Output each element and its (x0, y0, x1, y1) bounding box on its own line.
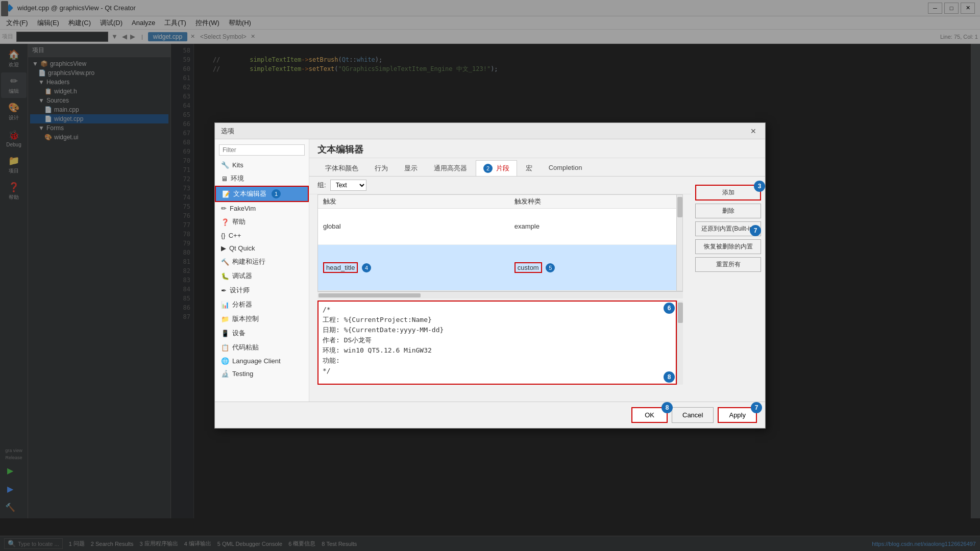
delete-button[interactable]: 删除 (695, 204, 761, 218)
dialog-nav: 🔧 Kits 🖥 环境 📝 文本编辑器 1 ✏ FakeVim (215, 139, 309, 402)
table-row[interactable]: global example (318, 209, 676, 245)
dialog-footer: OK 8 Cancel Apply 7 (215, 402, 765, 428)
nav-lc-label: Language Client (232, 357, 281, 365)
dialog-main-area: 组: Text 触发 (309, 177, 691, 402)
nav-codepaste-label: 代码粘贴 (232, 343, 259, 352)
dialog-close-button[interactable]: ✕ (748, 126, 759, 137)
nav-devices[interactable]: 📱 设备 (215, 326, 309, 340)
group-row: 组: Text (309, 177, 691, 194)
nav-designer[interactable]: ✒ 设计师 (215, 283, 309, 297)
nav-qtquick[interactable]: ▶ Qt Quick (215, 242, 309, 255)
col-trigger: 触发 (318, 195, 509, 209)
codepaste-icon: 📋 (221, 344, 229, 352)
snippet-content[interactable]: /* 工程: %{CurrentProject:Name} 日期: %{Curr… (317, 300, 677, 385)
custom-highlight: custom (514, 262, 542, 273)
reset-all-button[interactable]: 重置所有 (695, 257, 761, 272)
nav-environment[interactable]: 🖥 环境 (215, 171, 309, 186)
snippets-badge: 2 (483, 164, 493, 173)
environment-icon: 🖥 (221, 175, 228, 183)
nav-build[interactable]: 🔨 构建和运行 (215, 255, 309, 269)
trigger-cell-head-title: head_title 4 (318, 244, 509, 290)
nav-vcs[interactable]: 📁 版本控制 (215, 312, 309, 326)
nav-help[interactable]: ❓ 帮助 (215, 215, 309, 229)
nav-help-icon: ❓ (221, 218, 229, 226)
nav-qtquick-label: Qt Quick (229, 244, 255, 252)
group-label: 组: (317, 181, 326, 190)
analyzer-icon: 📊 (221, 301, 229, 309)
nav-kits[interactable]: 🔧 Kits (215, 159, 309, 171)
tab-snippets[interactable]: 2 片段 (476, 160, 517, 177)
nav-debugger[interactable]: 🐛 调试器 (215, 269, 309, 283)
nav-text-editor-label: 文本编辑器 (233, 189, 266, 198)
dialog-content: 文本编辑器 字体和颜色 行为 显示 通用高亮器 2 片段 宏 Completio (309, 139, 765, 402)
tab-behavior[interactable]: 行为 (367, 160, 396, 176)
nav-testing-label: Testing (232, 370, 253, 378)
content-with-scroll: 组: Text 触发 (309, 177, 765, 402)
snippet-table: 触发 触发种类 global example (318, 195, 676, 291)
nav-text-editor[interactable]: 📝 文本编辑器 1 (215, 186, 309, 202)
head-title-highlight: head_title (323, 262, 358, 273)
dialog-body: 🔧 Kits 🖥 环境 📝 文本编辑器 1 ✏ FakeVim (215, 139, 765, 402)
nav-cpp[interactable]: {} C++ (215, 229, 309, 242)
table-scrollbar[interactable] (676, 195, 682, 291)
tab-generic-highlighter[interactable]: 通用高亮器 (426, 160, 475, 176)
fakevim-icon: ✏ (221, 205, 227, 212)
nav-build-label: 构建和运行 (232, 257, 265, 266)
tab-macro[interactable]: 宏 (518, 160, 540, 176)
nav-help-label: 帮助 (232, 217, 246, 227)
testing-icon: 🔬 (221, 370, 229, 378)
tab-display[interactable]: 显示 (397, 160, 425, 176)
snippet-editor-container: /* 工程: %{CurrentProject:Name} 日期: %{Curr… (317, 300, 683, 385)
nav-analyzer[interactable]: 📊 分析器 (215, 297, 309, 312)
section-title: 文本编辑器 (317, 143, 363, 156)
add-button[interactable]: 添加 (695, 185, 761, 201)
nav-analyzer-label: 分析器 (232, 300, 252, 309)
badge-4: 4 (362, 263, 371, 272)
dialog-right-buttons: 添加 3 删除 还原到内置(Built-in) 恢复被删除的内置 重置所有 7 (691, 177, 765, 402)
cancel-button[interactable]: Cancel (672, 407, 714, 423)
trigger-cell-global: global (318, 209, 509, 245)
badge-5: 5 (546, 263, 555, 272)
nav-env-label: 环境 (231, 174, 244, 183)
options-dialog: 选项 ✕ 🔧 Kits 🖥 环境 (214, 122, 766, 429)
nav-kits-label: Kits (232, 161, 243, 169)
nav-fakevim[interactable]: ✏ FakeVim (215, 202, 309, 215)
nav-language-client[interactable]: 🌐 Language Client (215, 355, 309, 367)
badge-8-footer: 8 (662, 402, 673, 413)
badge-1: 1 (272, 189, 281, 198)
table-row-selected[interactable]: head_title 4 custom 5 (318, 244, 676, 290)
tab-font-color[interactable]: 字体和颜色 (317, 160, 366, 176)
table-h-scrollbar[interactable] (317, 291, 683, 298)
nav-designer-label: 设计师 (230, 286, 250, 295)
badge-8: 8 (664, 371, 675, 383)
text-editor-icon: 📝 (222, 190, 230, 198)
restore-deleted-button[interactable]: 恢复被删除的内置 (695, 239, 761, 254)
snippet-table-container: 触发 触发种类 global example (317, 194, 683, 291)
tab-completion[interactable]: Completion (541, 160, 590, 176)
devices-icon: 📱 (221, 330, 229, 337)
group-select[interactable]: Text (330, 180, 366, 191)
nav-cpp-label: C++ (229, 232, 241, 239)
nav-filter-input[interactable] (219, 144, 305, 156)
nav-devices-label: 设备 (232, 329, 246, 338)
badge-7-footer: 7 (751, 402, 762, 413)
vcs-icon: 📁 (221, 315, 229, 323)
nav-codepaste[interactable]: 📋 代码粘贴 (215, 340, 309, 355)
kits-icon: 🔧 (221, 161, 229, 169)
dialog-title-bar: 选项 ✕ (215, 123, 765, 139)
badge-3: 3 (754, 181, 765, 192)
debugger-icon: 🐛 (221, 272, 229, 280)
designer-icon: ✒ (221, 287, 227, 294)
nav-vcs-label: 版本控制 (232, 314, 259, 323)
badge-6: 6 (664, 303, 675, 314)
modal-overlay: 选项 ✕ 🔧 Kits 🖥 环境 (0, 0, 980, 551)
cpp-icon: {} (221, 232, 226, 239)
col-type: 触发种类 (509, 195, 676, 209)
build-icon: 🔨 (221, 258, 229, 266)
snippet-scrollbar[interactable] (677, 300, 683, 385)
nav-debugger-label: 调试器 (232, 271, 252, 281)
type-cell-example: example (509, 209, 676, 245)
dialog-title: 选项 (221, 127, 234, 136)
type-cell-custom: custom 5 (509, 244, 676, 290)
nav-testing[interactable]: 🔬 Testing (215, 367, 309, 380)
